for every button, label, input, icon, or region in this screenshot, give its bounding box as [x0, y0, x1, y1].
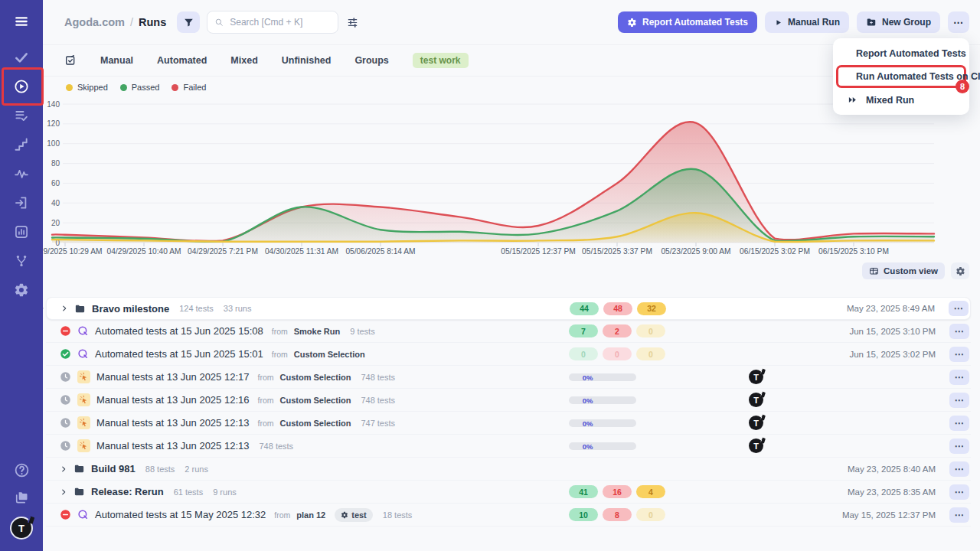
sidebar-item-projects-folders[interactable]: [14, 490, 29, 505]
custom-view-label: Custom view: [884, 266, 938, 276]
row-meta: 18 tests: [383, 510, 413, 520]
table-row[interactable]: Build 98188 tests2 runsMay 23, 2025 8:40…: [46, 458, 971, 481]
row-chevron-icon[interactable]: [60, 488, 67, 496]
breadcrumb-project[interactable]: Agoda.com: [64, 16, 125, 28]
svg-text:120: 120: [47, 119, 60, 128]
run-status-icon: [60, 325, 71, 337]
sidebar-item-milestones-steps[interactable]: [0, 130, 43, 159]
sidebar-item-analytics-pulse[interactable]: [0, 159, 43, 188]
sidebar: T: [0, 0, 43, 551]
hand-click-icon: [79, 395, 89, 405]
row-more-button[interactable]: ⋯: [949, 370, 969, 385]
gear-icon: [627, 18, 637, 28]
tests-check-icon: [14, 50, 29, 65]
row-more-button[interactable]: ⋯: [949, 416, 969, 431]
row-more-button[interactable]: ⋯: [949, 301, 969, 316]
table-row[interactable]: Manual tests at 13 Jun 2025 12:17fromCus…: [46, 366, 971, 389]
sidebar-item-import-box[interactable]: [0, 188, 43, 217]
import-box-icon: [14, 195, 29, 210]
sidebar-item-tests-check[interactable]: [0, 43, 43, 72]
table-row[interactable]: Automated tests at 15 May 2025 12:32from…: [46, 504, 971, 527]
from-value: Custom Selection: [279, 419, 351, 428]
runs-list-icon: [64, 54, 77, 67]
test-work-tag[interactable]: test work: [413, 53, 469, 68]
automated-run-icon: [77, 325, 89, 337]
tab-manual[interactable]: Manual: [100, 55, 133, 66]
progress-bar: 0%: [569, 419, 636, 427]
row-more-button[interactable]: ⋯: [949, 393, 969, 408]
row-assignee-cell: T: [670, 370, 769, 384]
milestones-steps-icon: [14, 137, 29, 152]
testomat-logo[interactable]: T: [10, 517, 33, 540]
from-label: from: [257, 419, 273, 428]
custom-view-button[interactable]: Custom view: [862, 262, 945, 279]
annotation-badge: 8: [956, 80, 969, 93]
count-pill-passed: 41: [569, 485, 598, 498]
topbar-actions: Report Automated Tests Manual Run New Gr…: [618, 11, 969, 33]
display-settings-button[interactable]: [346, 16, 359, 29]
sidebar-item-branches[interactable]: [0, 246, 43, 276]
row-title: Automated tests at 15 May 2025 12:32: [95, 509, 266, 520]
table-row[interactable]: Manual tests at 13 Jun 2025 12:16fromCus…: [46, 389, 971, 412]
row-title-area: Manual tests at 13 Jun 2025 12:17fromCus…: [60, 370, 569, 383]
filter-button[interactable]: [177, 11, 200, 33]
row-counts: 720: [569, 324, 670, 337]
tab-unfinished[interactable]: Unfinished: [282, 55, 332, 66]
row-more-button[interactable]: ⋯: [949, 324, 969, 339]
row-more-button[interactable]: ⋯: [949, 507, 969, 523]
table-row[interactable]: Bravo milestone124 tests33 runs444832May…: [46, 297, 971, 320]
row-title-area: Build 98188 tests2 runs: [60, 463, 569, 474]
table-row[interactable]: Manual tests at 13 Jun 2025 12:13fromCus…: [46, 412, 971, 435]
svg-text:05/15/2025 3:37 PM: 05/15/2025 3:37 PM: [582, 247, 652, 256]
sidebar-menu-button[interactable]: [0, 0, 43, 43]
table-row[interactable]: Manual tests at 13 Jun 2025 12:13748 tes…: [46, 435, 971, 458]
dropdown-item[interactable]: Mixed Run: [833, 90, 969, 109]
row-more-button[interactable]: ⋯: [949, 484, 969, 500]
sidebar-item-plans-list[interactable]: [0, 101, 43, 130]
assignee-avatar: T: [749, 370, 763, 384]
table-settings-button[interactable]: [951, 262, 969, 279]
report-automated-tests-button[interactable]: Report Automated Tests: [618, 11, 757, 33]
legend-item: Passed: [120, 83, 160, 92]
dropdown-item-label: Report Automated Tests: [856, 48, 966, 59]
tag-pill[interactable]: test: [335, 508, 373, 522]
row-more-button[interactable]: ⋯: [949, 461, 969, 477]
from-value: Smoke Run: [294, 327, 341, 336]
sidebar-item-help[interactable]: [14, 462, 30, 478]
sidebar-item-settings-gear[interactable]: [0, 276, 43, 305]
table-row[interactable]: Automated tests at 15 Jun 2025 15:01from…: [46, 343, 971, 366]
row-title: Automated tests at 15 Jun 2025 15:01: [95, 348, 263, 360]
tab-mixed[interactable]: Mixed: [230, 55, 257, 66]
svg-text:06/15/2025 3:02 PM: 06/15/2025 3:02 PM: [740, 247, 810, 256]
row-more-button[interactable]: ⋯: [949, 439, 969, 454]
table-row[interactable]: Release: Rerun61 tests9 runs41164May 23,…: [46, 481, 971, 504]
row-more-button[interactable]: ⋯: [949, 347, 969, 362]
sidebar-item-reports-chart[interactable]: [0, 217, 43, 246]
annotation-box-run-ci: Run Automated Tests on CI8: [836, 65, 966, 88]
count-pill-skipped: 0: [636, 347, 665, 360]
from-label: from: [257, 373, 273, 382]
count-pill-skipped: 0: [636, 508, 665, 521]
tab-groups[interactable]: Groups: [354, 55, 388, 66]
table-row[interactable]: Automated tests at 15 Jun 2025 15:08from…: [46, 320, 971, 343]
row-title-area: Automated tests at 15 May 2025 12:32from…: [60, 508, 569, 522]
folder-icon: [74, 303, 86, 315]
failed-status-icon: [60, 325, 71, 337]
row-date: Jun 15, 2025 3:10 PM: [769, 327, 943, 336]
dropdown-item[interactable]: Report Automated Tests: [833, 44, 969, 63]
row-title: Manual tests at 13 Jun 2025 12:16: [96, 394, 249, 406]
automated-run-icon: [77, 348, 89, 360]
row-chevron-icon[interactable]: [60, 465, 67, 473]
more-actions-button[interactable]: ⋯: [948, 11, 969, 33]
svg-text:80: 80: [51, 159, 60, 168]
row-counts: 444832: [570, 302, 671, 315]
from-value: Custom Selection: [279, 396, 351, 405]
sidebar-item-runs-play[interactable]: [0, 72, 43, 101]
new-group-button[interactable]: New Group: [857, 11, 940, 33]
row-title-area: Bravo milestone124 tests33 runs: [60, 303, 570, 315]
search-input[interactable]: [228, 16, 331, 28]
tab-automated[interactable]: Automated: [157, 55, 207, 66]
row-chevron-icon[interactable]: [60, 305, 68, 312]
dropdown-item[interactable]: Run Automated Tests on CI: [838, 67, 964, 86]
manual-run-button[interactable]: Manual Run: [765, 11, 849, 33]
